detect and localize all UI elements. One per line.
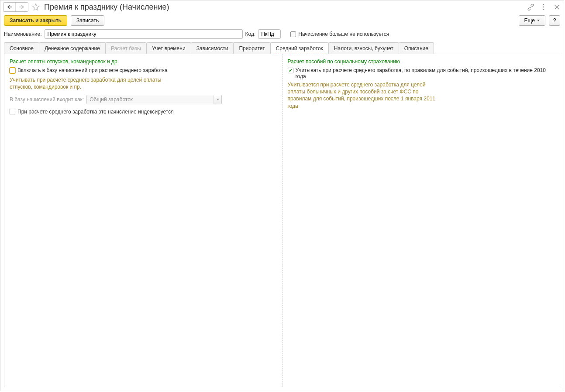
save-button[interactable]: Записать [71,15,104,26]
favorite-star-icon[interactable] [31,2,41,12]
back-button[interactable] [3,3,16,11]
link-icon[interactable] [527,3,534,10]
indexation-label: При расчете среднего заработка это начис… [17,109,174,115]
right-section-title: Расчет пособий по социальному страховани… [288,58,555,65]
consider-2010-checkbox[interactable]: Учитывать при расчете среднего заработка… [288,67,555,79]
not-used-checkbox[interactable]: Начисление больше не используется [290,31,389,37]
window-title: Премия к празднику (Начисление) [43,3,524,12]
nav-buttons [3,2,28,12]
name-input[interactable] [45,29,243,39]
right-hint: Учитывается при расчете среднего заработ… [288,81,441,110]
tab-time[interactable]: Учет времени [146,42,191,54]
base-field-label: В базу начислений входит как: [10,96,84,103]
more-button[interactable]: Еще [519,15,545,26]
tab-base-calc[interactable]: Расчет базы [105,42,147,54]
include-in-base-label: Включать в базу начислений при расчете с… [17,67,168,73]
tab-taxes[interactable]: Налоги, взносы, бухучет [328,42,399,54]
help-button[interactable]: ? [549,15,560,26]
svg-point-0 [543,4,544,5]
not-used-label: Начисление больше не используется [298,31,389,37]
svg-point-1 [543,7,544,7]
code-label: Код: [245,31,256,37]
tabs: Основное Денежное содержание Расчет базы… [4,42,560,54]
left-hint: Учитывать при расчете среднего заработка… [10,76,171,90]
indexation-checkbox[interactable]: При расчете среднего заработка это начис… [10,109,174,115]
name-label: Наименование: [4,31,42,37]
close-icon[interactable] [553,3,560,10]
tab-priority[interactable]: Приоритет [233,42,270,54]
include-in-base-checkbox[interactable]: Включать в базу начислений при расчете с… [10,67,168,73]
base-select[interactable] [86,95,222,104]
base-select-input [86,95,222,104]
left-section-title: Расчет оплаты отпусков, командировок и д… [10,58,277,65]
chevron-down-icon [214,95,221,104]
forward-button[interactable] [16,3,28,11]
consider-2010-label: Учитывать при расчете среднего заработка… [296,67,555,79]
kebab-menu-icon[interactable] [540,3,547,10]
tab-money[interactable]: Денежное содержание [39,42,106,54]
tab-average-earnings[interactable]: Средний заработок [270,42,329,54]
tab-description[interactable]: Описание [399,42,434,54]
svg-point-2 [543,9,544,10]
save-and-close-button[interactable]: Записать и закрыть [4,15,67,26]
tab-dependencies[interactable]: Зависимости [191,42,234,54]
tab-main[interactable]: Основное [4,42,39,54]
code-input[interactable] [258,29,281,39]
